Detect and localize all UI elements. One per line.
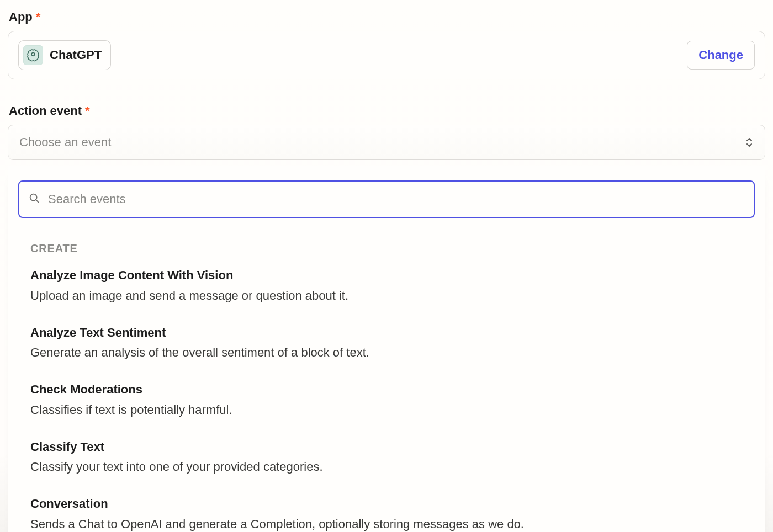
action-event-label: Action event * xyxy=(9,104,765,118)
event-option[interactable]: Analyze Text Sentiment Generate an analy… xyxy=(30,324,743,382)
search-events-input[interactable] xyxy=(48,192,745,206)
app-label: App * xyxy=(9,10,765,24)
event-option-desc: Classify your text into one of your prov… xyxy=(30,458,743,476)
action-event-dropdown: CREATE Analyze Image Content With Vision… xyxy=(8,166,765,532)
chatgpt-icon xyxy=(23,45,43,65)
change-app-button[interactable]: Change xyxy=(687,41,755,70)
svg-line-1 xyxy=(36,200,38,202)
event-option[interactable]: Conversation Sends a Chat to OpenAI and … xyxy=(30,496,743,532)
event-option-title: Analyze Image Content With Vision xyxy=(30,267,743,284)
action-event-select[interactable]: Choose an event xyxy=(8,125,765,160)
event-option-desc: Generate an analysis of the overall sent… xyxy=(30,344,743,361)
action-event-placeholder: Choose an event xyxy=(19,135,111,150)
event-option-desc: Classifies if text is potentially harmfu… xyxy=(30,401,743,419)
event-options-list: Analyze Image Content With Vision Upload… xyxy=(18,267,755,532)
event-option[interactable]: Check Moderations Classifies if text is … xyxy=(30,381,743,439)
dropdown-group-heading: CREATE xyxy=(30,242,755,255)
app-label-text: App xyxy=(9,10,33,24)
selected-app-chip[interactable]: ChatGPT xyxy=(18,40,111,70)
search-icon xyxy=(28,192,40,206)
app-selector: ChatGPT Change xyxy=(8,31,765,79)
required-star-icon: * xyxy=(36,10,41,24)
event-option-title: Check Moderations xyxy=(30,381,743,398)
action-event-label-text: Action event xyxy=(9,104,82,118)
event-option-desc: Upload an image and send a message or qu… xyxy=(30,287,743,305)
required-star-icon: * xyxy=(85,104,90,118)
event-option-desc: Sends a Chat to OpenAI and generate a Co… xyxy=(30,515,743,532)
event-option-title: Analyze Text Sentiment xyxy=(30,324,743,341)
event-option-title: Conversation xyxy=(30,496,743,512)
selected-app-name: ChatGPT xyxy=(50,48,102,62)
event-option-title: Classify Text xyxy=(30,439,743,455)
event-option[interactable]: Classify Text Classify your text into on… xyxy=(30,439,743,496)
chevron-up-down-icon xyxy=(745,137,754,148)
form-root: App * ChatGPT Change Action event * Choo… xyxy=(0,0,773,532)
event-option[interactable]: Analyze Image Content With Vision Upload… xyxy=(30,267,743,324)
search-events-field[interactable] xyxy=(18,180,755,218)
